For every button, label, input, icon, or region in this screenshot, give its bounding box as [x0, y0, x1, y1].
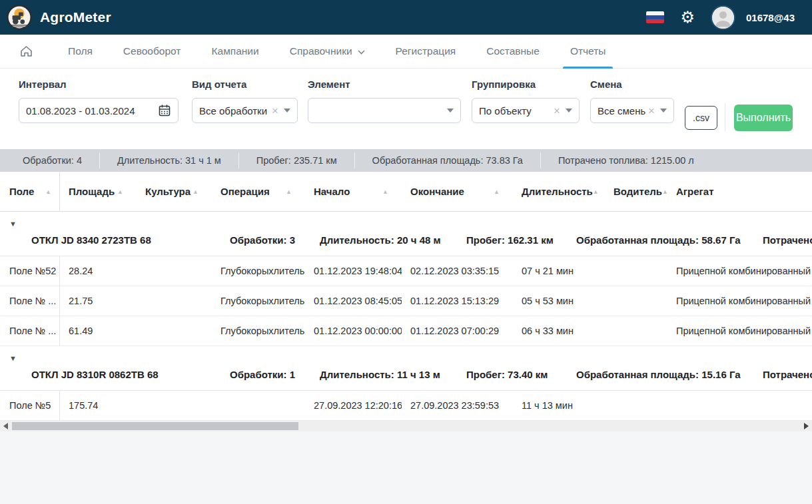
chevron-down-icon [447, 109, 454, 113]
summary-stat: Обработанная площадь: 73.83 Га [354, 152, 540, 168]
group-summary-row: ОТКЛ JD 8340 2723ТВ 68Обработки: 3Длител… [0, 228, 812, 256]
group-stat: Потрачено [763, 234, 812, 246]
cell-implement: Прицепной комбинированный [667, 316, 812, 346]
report-filters: Интервал 01.08.2023 - 01.03.2024 Вид отч… [0, 69, 812, 142]
nav-tab-label: Составные [486, 45, 540, 57]
cell-culture [137, 316, 212, 346]
nav-tab-справочники[interactable]: Справочники [274, 35, 380, 69]
summary-stat: Пробег: 235.71 км [238, 152, 354, 168]
sort-arrow-icon[interactable]: ▲ [193, 188, 199, 195]
column-header-1[interactable]: Поле▲ [0, 172, 60, 211]
sort-arrow-icon[interactable]: ▲ [117, 188, 123, 195]
agrometer-logo-icon[interactable] [7, 5, 32, 30]
collapse-group-icon[interactable]: ▼ [9, 220, 17, 228]
cell-start: 01.12.2023 19:48:04 [305, 256, 402, 286]
group-stat: Длительность: 11 ч 13 м [320, 369, 440, 380]
nav-tab-поля[interactable]: Поля [53, 35, 108, 69]
cell-start: 01.12.2023 00:00:00 [305, 316, 402, 346]
cell-field: Поле № ... [0, 316, 60, 346]
nav-tab-севооборот[interactable]: Севооборот [108, 35, 197, 69]
nav-tab-label: Отчеты [570, 45, 606, 57]
column-header-6[interactable]: Окончание▲ [402, 172, 513, 211]
summary-stat: Длительность: 31 ч 1 м [99, 152, 238, 168]
sort-arrow-icon[interactable]: ▲ [662, 188, 667, 195]
cell-operation: Глубокорыхлитель [212, 256, 305, 286]
column-header-label: Длительность [522, 186, 593, 197]
column-header-2[interactable]: Площадь▲ [60, 172, 137, 211]
cell-start: 27.09.2023 12:20:16 [305, 391, 402, 420]
cell-culture [137, 256, 212, 286]
summary-stat: Потрачено топлива: 1215.00 л [540, 152, 711, 168]
column-header-label: Агрегат [676, 186, 714, 197]
grouping-select[interactable]: По объекту × [472, 98, 580, 123]
report-type-select[interactable]: Все обработки × [192, 98, 298, 123]
grouping-value: По объекту [479, 105, 551, 117]
calendar-icon[interactable] [158, 104, 171, 117]
nav-tab-отчеты[interactable]: Отчеты [555, 35, 621, 69]
scroll-right-arrow-icon[interactable] [804, 423, 809, 429]
cell-end: 02.12.2023 03:35:15 [402, 256, 513, 286]
cell-area: 175.74 [60, 391, 137, 420]
sort-arrow-icon[interactable]: ▲ [382, 188, 388, 195]
column-header-4[interactable]: Операция▲ [212, 172, 305, 211]
user-id: 01678@43 [746, 12, 795, 23]
interval-date-input[interactable]: 01.08.2023 - 01.03.2024 [19, 98, 179, 123]
chevron-down-icon [284, 109, 290, 113]
column-header-5[interactable]: Начало▲ [305, 172, 402, 211]
csv-export-button[interactable]: .csv [685, 106, 717, 130]
horizontal-scrollbar[interactable] [0, 421, 812, 431]
shift-select[interactable]: Все смены × [590, 98, 674, 123]
column-header-9[interactable]: Агрегат [667, 172, 812, 211]
divider [725, 103, 725, 131]
cell-implement [667, 391, 812, 420]
nav-tab-label: Регистрация [396, 45, 456, 57]
clear-icon[interactable]: × [272, 105, 278, 117]
group-stat: Длительность: 20 ч 48 м [320, 234, 441, 246]
table-row[interactable]: Поле №5175.7427.09.2023 12:20:1627.09.20… [0, 391, 812, 421]
home-icon[interactable] [20, 45, 33, 57]
cell-area: 28.24 [60, 256, 137, 286]
cell-field: Поле № ... [0, 286, 60, 316]
scrollbar-thumb[interactable] [12, 422, 298, 430]
group-stat: Обработанная площадь: 15.16 Га [576, 369, 741, 380]
cell-driver [605, 286, 667, 316]
settings-gear-icon[interactable]: ⚙ [680, 9, 695, 25]
table-row[interactable]: Поле № ...61.49Глубокорыхлитель01.12.202… [0, 316, 812, 346]
sort-arrow-icon[interactable]: ▲ [45, 188, 51, 195]
shift-value: Все смены [598, 105, 645, 117]
group-stat: Обработки: 3 [230, 234, 295, 246]
group-title: ОТКЛ JD 8310R 0862ТВ 68 [31, 369, 159, 380]
table-row[interactable]: Поле №5228.24Глубокорыхлитель01.12.2023 … [0, 256, 812, 286]
top-bar: AgroMeter ⚙ 01678@43 [0, 0, 812, 35]
sort-arrow-icon[interactable]: ▲ [286, 188, 292, 195]
nav-tab-кампании[interactable]: Кампании [196, 35, 274, 69]
user-avatar[interactable] [711, 5, 735, 30]
sort-arrow-icon[interactable]: ▲ [494, 188, 500, 195]
chevron-down-icon [660, 109, 667, 113]
group-stat: Потрачено [763, 369, 812, 380]
group-summary-row: ОТКЛ JD 8310R 0862ТВ 68Обработки: 1Длите… [0, 362, 812, 391]
sort-arrow-icon[interactable]: ▲ [593, 188, 599, 195]
report-type-value: Все обработки [199, 105, 269, 117]
table-row[interactable]: Поле № ...21.75Глубокорыхлитель01.12.202… [0, 286, 812, 316]
run-report-button[interactable]: Выполнить [734, 105, 793, 131]
nav-tab-label: Справочники [290, 45, 352, 57]
column-header-label: Окончание [410, 186, 464, 197]
nav-tab-label: Поля [68, 45, 93, 57]
column-header-8[interactable]: Водитель▲ [605, 172, 667, 211]
clear-icon[interactable]: × [648, 105, 655, 117]
language-flag-icon[interactable] [646, 11, 664, 23]
column-header-3[interactable]: Культура▲ [137, 172, 212, 211]
app-title: AgroMeter [40, 9, 111, 25]
nav-tab-составные[interactable]: Составные [471, 35, 555, 69]
cell-duration: 07 ч 21 мин [513, 256, 605, 286]
column-header-7[interactable]: Длительность▲ [513, 172, 605, 211]
clear-icon[interactable]: × [554, 105, 560, 117]
element-select[interactable] [308, 98, 461, 123]
scroll-left-arrow-icon[interactable] [3, 423, 8, 429]
collapse-group-icon[interactable]: ▼ [9, 355, 17, 362]
nav-tab-регистрация[interactable]: Регистрация [380, 35, 472, 69]
column-header-label: Культура [145, 186, 191, 197]
cell-field: Поле №52 [0, 256, 60, 286]
cell-start: 01.12.2023 08:45:05 [305, 286, 402, 316]
